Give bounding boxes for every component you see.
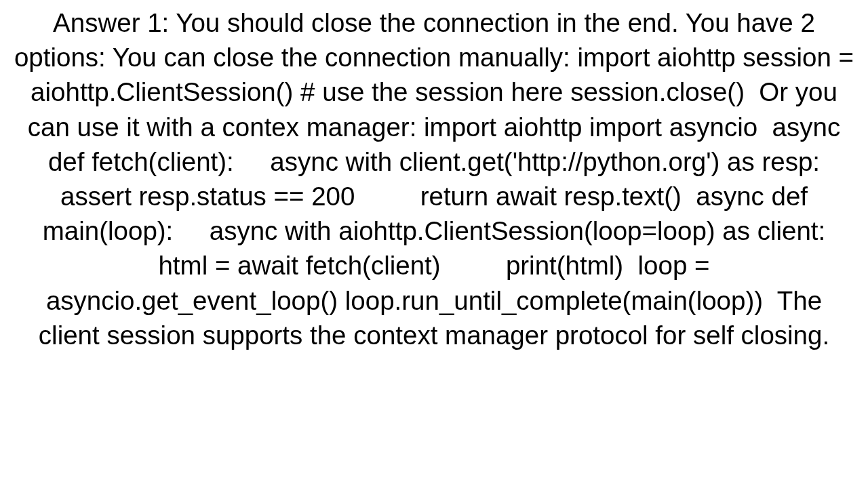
answer-text: Answer 1: You should close the connectio…	[12, 5, 856, 352]
document-body: Answer 1: You should close the connectio…	[0, 0, 868, 488]
